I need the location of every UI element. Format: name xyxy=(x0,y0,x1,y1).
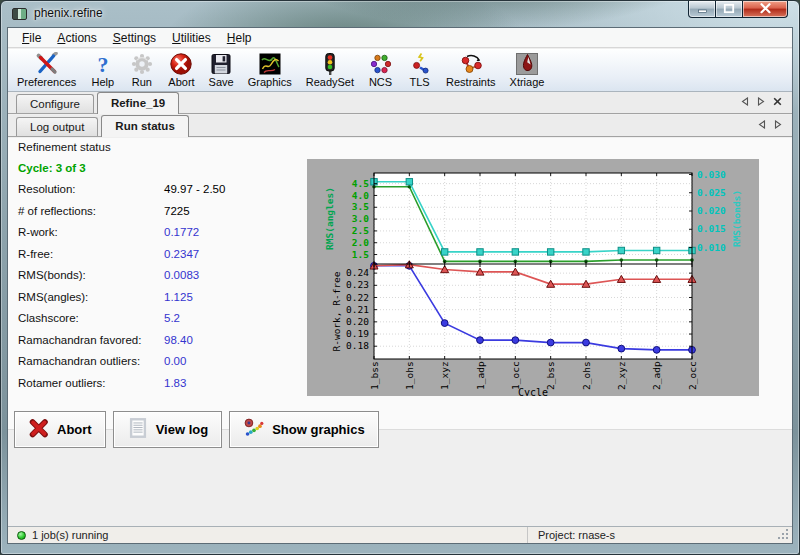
menu-help[interactable]: Help xyxy=(219,29,260,47)
svg-text:1_bss: 1_bss xyxy=(369,361,380,390)
jobs-running-text: 1 job(s) running xyxy=(32,529,108,541)
minimize-button[interactable] xyxy=(688,1,716,18)
xtriage-icon xyxy=(514,51,539,76)
svg-text:0.21: 0.21 xyxy=(346,304,369,315)
ncs-icon xyxy=(368,51,393,76)
save-icon xyxy=(209,51,234,76)
stat-row: R-work: 0.1772 xyxy=(18,222,304,244)
svg-text:RMS(bonds): RMS(bonds) xyxy=(731,190,742,247)
abort-icon xyxy=(169,51,194,76)
refinement-stats: Cycle: 3 of 3 Resolution: 49.97 - 2.50 #… xyxy=(18,157,304,394)
svg-text:0.19: 0.19 xyxy=(346,328,369,339)
stat-row: Clashscore: 5.2 xyxy=(18,308,304,330)
svg-text:0.18: 0.18 xyxy=(346,340,369,351)
run-status-page: Refinement status Cycle: 3 of 3 Resoluti… xyxy=(8,138,792,526)
minimize-icon xyxy=(697,0,708,18)
sub-tab-strip: Log outputRun status xyxy=(8,115,792,137)
svg-text:3.0: 3.0 xyxy=(352,213,369,224)
job-running-led-icon xyxy=(17,531,26,540)
toolbar-tls-button[interactable]: TLS xyxy=(400,50,439,89)
toolbar-readyset-button[interactable]: ReadySet xyxy=(299,50,361,89)
svg-text:0.24: 0.24 xyxy=(346,267,369,278)
menu-utilities[interactable]: Utilities xyxy=(164,29,219,47)
svg-text:0.20: 0.20 xyxy=(346,316,369,327)
menu-settings[interactable]: Settings xyxy=(105,29,164,47)
refinement-status-label: Refinement status xyxy=(18,141,111,153)
preferences-icon xyxy=(34,51,59,76)
tab-configure[interactable]: Configure xyxy=(16,94,94,113)
view-log-button[interactable]: View log xyxy=(113,411,223,448)
maximize-icon xyxy=(723,0,735,18)
stat-row: RMS(angles): 1.125 xyxy=(18,286,304,308)
toolbar-run-button[interactable]: Run xyxy=(122,50,161,89)
svg-text:2_ohs: 2_ohs xyxy=(581,361,592,390)
refinement-progress-chart: 1.52.02.53.03.54.04.50.0100.0150.0200.02… xyxy=(307,159,759,396)
abort-x-icon xyxy=(28,417,50,442)
help-icon: ? xyxy=(90,51,115,76)
window-title: phenix.refine xyxy=(34,6,103,20)
client-area: FileActionsSettingsUtilitiesHelp Prefere… xyxy=(7,27,793,544)
svg-text:2_xyz: 2_xyz xyxy=(616,361,627,390)
svg-text:0.010: 0.010 xyxy=(697,242,726,253)
close-icon xyxy=(759,0,772,18)
tls-icon xyxy=(407,51,432,76)
restraints-icon xyxy=(458,51,483,76)
graphics-icon xyxy=(257,51,282,76)
toolbar-graphics-button[interactable]: Graphics xyxy=(241,50,299,89)
svg-text:2.0: 2.0 xyxy=(352,237,369,248)
svg-text:0.015: 0.015 xyxy=(697,223,726,234)
abort-button[interactable]: Abort xyxy=(14,411,106,448)
window-controls xyxy=(688,1,788,18)
svg-text:1.5: 1.5 xyxy=(352,249,369,260)
toolbar-xtriage-button[interactable]: Xtriage xyxy=(503,50,552,89)
toolbar-save-button[interactable]: Save xyxy=(202,50,241,89)
svg-text:2_occ: 2_occ xyxy=(687,361,698,390)
tab-controls xyxy=(741,92,792,113)
main-tab-strip: ConfigureRefine_19 xyxy=(8,92,792,114)
svg-text:R-work, R-free: R-work, R-free xyxy=(331,271,342,351)
close-button[interactable] xyxy=(743,1,788,18)
stat-row: Ramachandran outliers: 0.00 xyxy=(18,351,304,373)
subtab-run-status[interactable]: Run status xyxy=(101,115,188,137)
titlebar[interactable]: phenix.refine xyxy=(1,1,799,27)
svg-text:0.025: 0.025 xyxy=(697,187,726,198)
toolbar-abort-button[interactable]: Abort xyxy=(161,50,201,89)
svg-text:3.5: 3.5 xyxy=(352,201,369,212)
tab-scroll-right[interactable] xyxy=(757,97,765,108)
tab-scroll-left[interactable] xyxy=(741,97,749,108)
subtab-scroll-left[interactable] xyxy=(758,120,766,131)
menu-actions[interactable]: Actions xyxy=(49,29,104,47)
svg-text:0.030: 0.030 xyxy=(697,169,726,180)
svg-text:2_adp: 2_adp xyxy=(651,361,662,390)
stat-row: R-free: 0.2347 xyxy=(18,243,304,265)
toolbar: Preferences ? Help Run Abort Save Graphi… xyxy=(8,49,792,92)
toolbar-ncs-button[interactable]: NCS xyxy=(361,50,400,89)
toolbar-preferences-button[interactable]: Preferences xyxy=(10,50,83,89)
svg-text:1_adp: 1_adp xyxy=(475,361,486,390)
svg-text:4.5: 4.5 xyxy=(352,178,369,189)
subtab-scroll-right[interactable] xyxy=(774,120,782,131)
tab-refine-19[interactable]: Refine_19 xyxy=(97,92,179,114)
stat-row: Rotamer outliers: 1.83 xyxy=(18,372,304,394)
stat-row: Resolution: 49.97 - 2.50 xyxy=(18,179,304,201)
svg-text:0.22: 0.22 xyxy=(346,292,369,303)
toolbar-restraints-button[interactable]: Restraints xyxy=(439,50,503,89)
action-buttons-row: Abort View log Show graphics xyxy=(14,411,379,448)
subtab-log-output[interactable]: Log output xyxy=(16,117,98,136)
project-label: Project: rnase-s xyxy=(528,529,615,541)
stat-row: Ramachandran favored: 98.40 xyxy=(18,329,304,351)
tab-close[interactable] xyxy=(773,97,782,108)
show-graphics-button[interactable]: Show graphics xyxy=(229,411,378,448)
menu-file[interactable]: File xyxy=(14,29,49,47)
svg-text:RMS(angles): RMS(angles) xyxy=(324,187,335,250)
show-graphics-icon xyxy=(243,417,265,442)
svg-text:0.23: 0.23 xyxy=(346,279,369,290)
resize-grip-icon[interactable] xyxy=(786,537,788,539)
log-document-icon xyxy=(127,417,149,442)
toolbar-help-button[interactable]: ? Help xyxy=(83,50,122,89)
maximize-button[interactable] xyxy=(716,1,743,18)
svg-text:1_ohs: 1_ohs xyxy=(404,361,415,390)
status-bar-jobs-cell: 1 job(s) running xyxy=(8,527,528,543)
subtab-controls xyxy=(758,115,792,136)
stat-row: RMS(bonds): 0.0083 xyxy=(18,265,304,287)
